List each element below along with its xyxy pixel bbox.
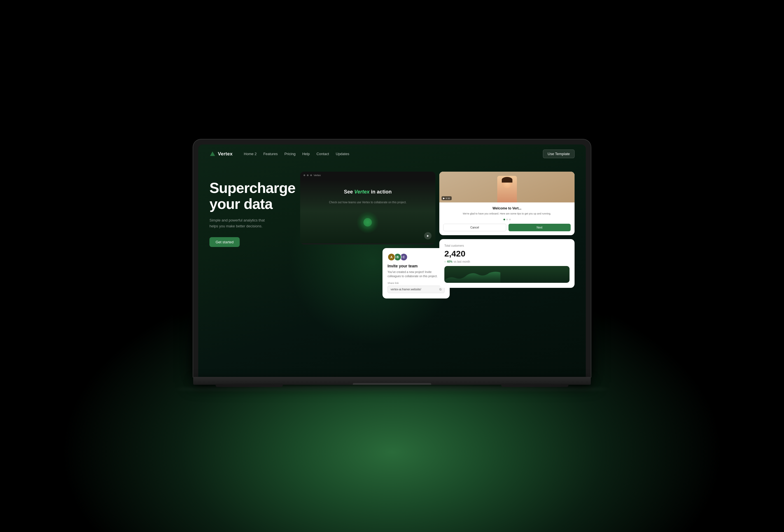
hero-title-line2: your data <box>209 196 293 212</box>
hero-left: Supercharge your data Simple and powerfu… <box>209 172 293 288</box>
navbar: Vertex Home 2 Features Pricing Help Cont… <box>198 144 586 163</box>
nav-pricing[interactable]: Pricing <box>284 152 296 156</box>
video-center: See Vertex in action Check out how teams… <box>329 189 407 233</box>
laptop-lid: Vertex Home 2 Features Pricing Help Cont… <box>193 139 591 377</box>
logo-text: Vertex <box>218 151 233 157</box>
hero-title: Supercharge your data <box>209 180 293 212</box>
stats-percent: 40% <box>447 260 452 263</box>
get-started-button[interactable]: Get started <box>209 237 240 247</box>
welcome-modal: ▶ 0:32 Welcome to Vert... We're glad to … <box>439 172 575 235</box>
website: Vertex Home 2 Features Pricing Help Cont… <box>198 144 586 377</box>
cards-area: Vertex See Vertex in action Check out ho… <box>300 172 575 288</box>
hero: Supercharge your data Simple and powerfu… <box>198 163 586 288</box>
modal-dots <box>443 219 571 220</box>
chart-area <box>444 266 569 283</box>
modal-next-button[interactable]: Next <box>508 224 571 231</box>
copy-icon[interactable]: ⧉ <box>439 287 442 291</box>
nav-features[interactable]: Features <box>263 152 278 156</box>
hero-title-line1: Supercharge <box>209 180 293 196</box>
modal-dot-2 <box>506 219 508 220</box>
nav-home2[interactable]: Home 2 <box>244 152 257 156</box>
scene: Vertex Home 2 Features Pricing Help Cont… <box>0 0 784 532</box>
hero-subtitle: Simple and powerful analytics that helps… <box>209 218 271 229</box>
modal-title: Welcome to Vert... <box>443 206 571 210</box>
laptop-base <box>193 377 591 385</box>
play-button[interactable]: ▶ <box>424 232 431 240</box>
modal-buttons: Cancel Next <box>443 224 571 231</box>
laptop-wrapper: Vertex Home 2 Features Pricing Help Cont… <box>174 139 610 393</box>
stats-vs-label: vs last month <box>454 260 470 263</box>
modal-cancel-button[interactable]: Cancel <box>443 224 506 231</box>
modal-dot-3 <box>509 219 511 220</box>
stats-card: Total customers 2,420 ↑ 40% vs last mont… <box>439 239 575 288</box>
video-header-label: Vertex <box>314 174 321 177</box>
nav-updates[interactable]: Updates <box>336 152 349 156</box>
nav-links: Home 2 Features Pricing Help Contact Upd… <box>244 152 543 156</box>
video-dot-1 <box>304 174 305 176</box>
video-card: Vertex See Vertex in action Check out ho… <box>300 172 436 245</box>
video-card-desc: Check out how teams use Vertex to collab… <box>329 200 407 204</box>
play-overlay[interactable]: ▶ 0:32 <box>442 196 452 200</box>
video-dot-3 <box>310 174 312 176</box>
video-glow <box>357 211 379 233</box>
video-card-title: See Vertex in action <box>329 189 407 195</box>
screen-bezel: Vertex Home 2 Features Pricing Help Cont… <box>198 144 586 377</box>
use-template-button[interactable]: Use Template <box>543 149 575 158</box>
video-content: See Vertex in action Check out how teams… <box>300 179 436 243</box>
svg-marker-0 <box>210 151 215 156</box>
stats-up-arrow: ↑ <box>444 260 446 263</box>
stats-number: 2,420 <box>444 249 569 258</box>
nav-help[interactable]: Help <box>302 152 310 156</box>
modal-body: We're glad to have you onboard. Here are… <box>443 212 571 216</box>
stats-change: ↑ 40% vs last month <box>444 260 569 263</box>
stats-label: Total customers <box>444 244 569 247</box>
modal-person <box>497 176 517 202</box>
nav-right: Use Template <box>543 149 575 158</box>
video-card-header: Vertex <box>300 172 436 179</box>
laptop-shadow <box>174 386 610 393</box>
modal-dot-1 <box>503 219 505 220</box>
video-dot-2 <box>307 174 309 176</box>
vertex-logo-icon <box>209 151 216 157</box>
share-link-value: vertex-ai.framer.website/ <box>391 288 421 291</box>
modal-content: Welcome to Vert... We're glad to have yo… <box>439 202 575 235</box>
modal-video-thumb: ▶ 0:32 <box>439 172 575 202</box>
chart-wave <box>444 270 500 283</box>
nav-contact[interactable]: Contact <box>316 152 329 156</box>
logo-area: Vertex <box>209 151 233 157</box>
